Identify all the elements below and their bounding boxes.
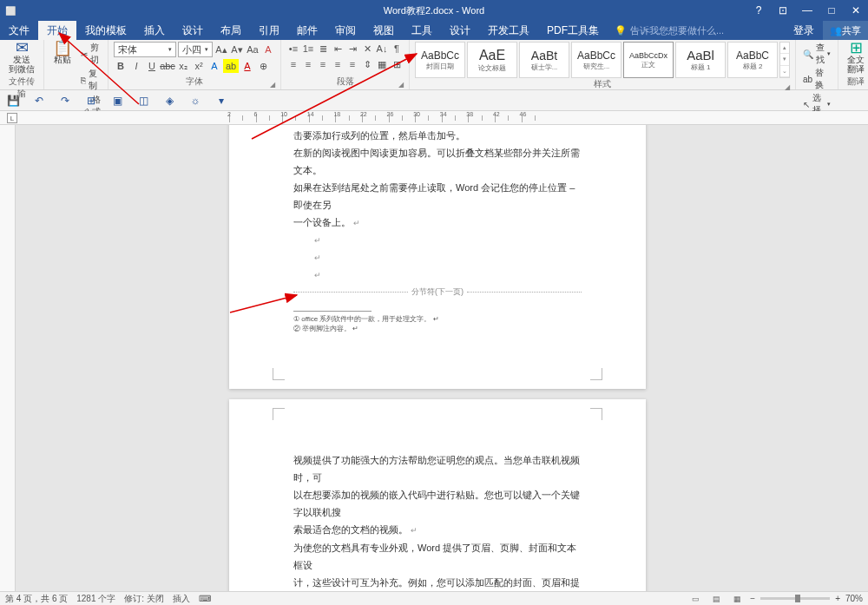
qat-btn-7[interactable]: ◈ (161, 93, 177, 109)
align-right-button[interactable]: ≡ (316, 57, 330, 71)
decrease-indent-button[interactable]: ⇤ (331, 42, 345, 56)
track-changes-status[interactable]: 修订: 关闭 (124, 593, 164, 605)
superscript-button[interactable]: x² (192, 59, 206, 73)
ime-indicator[interactable]: ⌨ (199, 594, 211, 603)
align-center-button[interactable]: ≡ (301, 57, 315, 71)
paragraph-launcher[interactable]: ◢ (398, 81, 404, 89)
tab-templates[interactable]: 我的模板 (76, 21, 135, 40)
distribute-button[interactable]: ≡ (345, 57, 359, 71)
strikethrough-button[interactable]: abc (161, 59, 174, 73)
underline-button[interactable]: U (145, 59, 159, 73)
align-left-button[interactable]: ≡ (286, 57, 300, 71)
phonetic-guide-button[interactable]: ⊕ (256, 59, 270, 73)
replace-button[interactable]: ab替换 (801, 67, 832, 91)
ribbon-display-button[interactable]: ⊡ (771, 0, 795, 21)
font-name-select[interactable]: 宋体▾ (114, 42, 176, 57)
style-item[interactable]: AaBbC标题 2 (727, 42, 778, 78)
tab-file[interactable]: 文件 (0, 21, 38, 40)
tab-selector[interactable]: L (7, 113, 17, 123)
bold-button[interactable]: B (114, 59, 128, 73)
shading-button[interactable]: ▦ (375, 57, 389, 71)
body-text[interactable]: 视频提供了功能强大的方法帮助您证明您的观点。当您单击联机视频时，可 以在想要添加… (293, 451, 582, 591)
tab-pdftools[interactable]: PDF工具集 (538, 21, 608, 40)
tab-layout[interactable]: 布局 (212, 21, 250, 40)
minimize-button[interactable]: — (795, 0, 819, 21)
vertical-ruler[interactable] (0, 125, 16, 591)
highlight-button[interactable]: ab (223, 59, 239, 73)
styles-gallery[interactable]: AaBbCc封面日期 AaE论文标题 AaBt硕士学... AaBbCc研究生.… (415, 42, 790, 78)
share-button[interactable]: 👥 共享 (823, 21, 868, 40)
insert-mode[interactable]: 插入 (173, 593, 190, 605)
body-text[interactable]: 击要添加行或列的位置，然后单击加号。 在新的阅读视图中阅读更加容易。可以折叠文档… (293, 127, 582, 284)
text-effects-button[interactable]: A (207, 59, 221, 73)
subscript-button[interactable]: x₂ (176, 59, 190, 73)
horizontal-ruler[interactable]: 2610141822263034384246 (0, 111, 868, 125)
qat-btn-8[interactable]: ☼ (187, 93, 203, 109)
style-item[interactable]: AaBbCc研究生... (571, 42, 621, 78)
clear-format-button[interactable]: A (261, 43, 275, 56)
tab-devtools[interactable]: 开发工具 (479, 21, 538, 40)
page-indicator[interactable]: 第 4 页，共 6 页 (5, 593, 68, 605)
document-area: 击要添加行或列的位置，然后单击加号。 在新的阅读视图中阅读更加容易。可以折叠文档… (0, 125, 868, 591)
italic-button[interactable]: I (129, 59, 143, 73)
tab-tools[interactable]: 工具 (403, 21, 441, 40)
read-mode-button[interactable]: ▭ (687, 593, 703, 605)
help-button[interactable]: ? (746, 0, 771, 21)
find-button[interactable]: 🔍查找▾ (801, 42, 832, 66)
style-item[interactable]: AaBl标题 1 (675, 42, 726, 78)
tab-designtable[interactable]: 设计 (441, 21, 479, 40)
close-button[interactable]: ✕ (844, 0, 868, 21)
zoom-in-button[interactable]: + (835, 594, 840, 603)
style-item[interactable]: AaBbCc封面日期 (415, 42, 465, 78)
multilevel-button[interactable]: ≣ (316, 42, 330, 56)
footnote-area[interactable]: ① office 系列软件中的一款，用于处理文字。 ↵ ② 举例脚注内容。 ↵ (293, 311, 582, 333)
paste-button[interactable]: 📋 粘贴 (49, 42, 76, 66)
qat-more-button[interactable]: ▾ (214, 93, 229, 109)
grow-font-button[interactable]: A▴ (214, 43, 228, 56)
zoom-out-button[interactable]: − (750, 594, 755, 603)
font-size-select[interactable]: 小四▾ (178, 42, 213, 57)
send-to-wechat-button[interactable]: ✉ 发送 到微信 (5, 42, 38, 76)
justify-button[interactable]: ≡ (331, 57, 345, 71)
zoom-slider[interactable] (760, 597, 830, 600)
asian-layout-button[interactable]: ✕ (360, 42, 374, 56)
style-item[interactable]: AaBbCcDx正文 (623, 42, 674, 78)
qat-btn-5[interactable]: ▣ (109, 93, 125, 109)
shrink-font-button[interactable]: A▾ (230, 43, 244, 56)
zoom-level[interactable]: 70% (845, 594, 863, 603)
qat-btn-6[interactable]: ◫ (135, 93, 151, 109)
tab-references[interactable]: 引用 (250, 21, 288, 40)
increase-indent-button[interactable]: ⇥ (345, 42, 359, 56)
copy-icon: ⎘ (81, 76, 86, 85)
style-item[interactable]: AaE论文标题 (467, 42, 517, 78)
tab-view[interactable]: 视图 (365, 21, 403, 40)
web-layout-button[interactable]: ▦ (729, 593, 745, 605)
tab-review[interactable]: 审阅 (326, 21, 365, 40)
maximize-button[interactable]: □ (819, 0, 844, 21)
login-link[interactable]: 登录 (785, 21, 823, 40)
styles-scroll[interactable]: ▴▾⌄ (779, 42, 790, 78)
sort-button[interactable]: A↓ (375, 42, 389, 56)
borders-button[interactable]: ⊞ (390, 57, 404, 71)
tab-mailings[interactable]: 邮件 (288, 21, 326, 40)
numbering-button[interactable]: 1≡ (301, 42, 315, 56)
line-spacing-button[interactable]: ⇕ (360, 57, 374, 71)
font-color-button[interactable]: A (240, 59, 254, 73)
tab-design[interactable]: 设计 (174, 21, 212, 40)
font-launcher[interactable]: ◢ (270, 81, 275, 89)
styles-launcher[interactable]: ◢ (785, 83, 790, 91)
tab-insert[interactable]: 插入 (135, 21, 174, 40)
cut-button[interactable]: ✂剪切 (79, 42, 102, 66)
show-marks-button[interactable]: ¶ (390, 42, 404, 56)
change-case-button[interactable]: Aa (246, 43, 260, 56)
bullets-button[interactable]: •≡ (286, 42, 300, 56)
print-layout-button[interactable]: ▤ (708, 593, 724, 605)
tell-me-box[interactable]: 💡 告诉我您想要做什么... (608, 24, 731, 37)
word-count[interactable]: 1281 个字 (76, 593, 115, 605)
fulltext-translate-button[interactable]: ⊞ 全文 翻译 (844, 42, 868, 76)
qat-btn-4[interactable]: ⊞ (83, 93, 99, 109)
tab-home[interactable]: 开始 (38, 21, 76, 40)
redo-button[interactable]: ↷ (57, 93, 73, 109)
copy-button[interactable]: ⎘复制 (79, 68, 102, 92)
style-item[interactable]: AaBt硕士学... (519, 42, 569, 78)
